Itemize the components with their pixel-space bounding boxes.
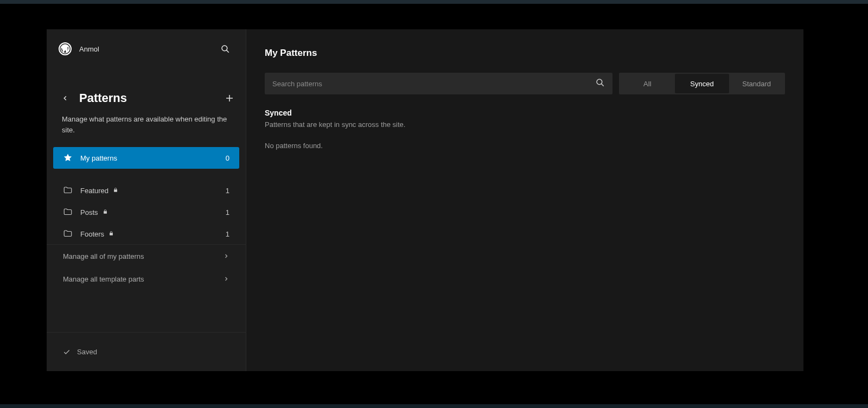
folder-item-footers[interactable]: Footers 1 [53,223,239,245]
wordpress-logo-icon[interactable] [59,42,72,55]
filter-tabs: All Synced Standard [619,73,785,94]
chevron-right-icon [223,276,229,282]
nav-item-my-patterns[interactable]: My patterns 0 [53,147,239,169]
manage-list: Manage all of my patterns Manage all tem… [47,245,246,290]
lock-icon [103,209,109,215]
filter-tab-synced[interactable]: Synced [675,74,730,93]
folder-icon [63,207,73,217]
filter-tab-all[interactable]: All [620,74,675,93]
window-bottombar [0,404,868,408]
manage-label: Manage all of my patterns [63,252,223,260]
folder-item-posts[interactable]: Posts 1 [53,201,239,223]
manage-label: Manage all template parts [63,275,223,283]
main-content: My Patterns All Synced Standard Synced P… [246,29,803,371]
result-empty: No patterns found. [265,142,785,150]
search-input[interactable] [272,80,595,88]
saved-status: Saved [47,332,246,371]
check-icon [63,348,71,356]
app-frame: Anmol Patterns Manage what patterns are … [47,29,803,371]
result-heading: Synced [265,109,785,117]
nav-list: My patterns 0 [47,147,246,169]
result-description: Patterns that are kept in sync across th… [265,120,785,129]
page-title: My Patterns [265,48,785,59]
folder-icon [63,186,73,195]
folder-label: Posts [80,208,218,216]
star-icon [63,153,73,163]
folder-label: Featured [80,187,218,195]
folder-list: Featured 1Posts 1Footers 1 [47,169,246,245]
svg-line-5 [601,84,603,86]
svg-point-0 [222,46,227,51]
nav-label: My patterns [80,154,218,162]
add-pattern-button[interactable] [223,92,236,105]
section-title-row: Patterns [47,63,246,109]
search-field[interactable] [265,73,612,94]
section-title: Patterns [79,91,215,105]
manage-all-patterns[interactable]: Manage all of my patterns [47,245,246,267]
saved-label: Saved [77,348,97,356]
folder-count: 1 [226,208,229,216]
svg-line-1 [226,50,228,52]
folder-label: Footers [80,230,218,238]
back-button[interactable] [59,92,72,105]
sidebar: Anmol Patterns Manage what patterns are … [47,29,246,371]
section-description: Manage what patterns are available when … [47,109,246,147]
sidebar-header: Anmol [47,29,246,63]
filter-tab-standard[interactable]: Standard [729,74,784,93]
search-icon[interactable] [595,78,605,90]
svg-point-4 [597,79,602,85]
folder-icon [63,229,73,239]
manage-template-parts[interactable]: Manage all template parts [47,267,246,290]
folder-count: 1 [226,187,229,195]
lock-icon [113,187,119,194]
lock-icon [108,231,115,237]
controls-row: All Synced Standard [265,73,785,94]
search-icon[interactable] [216,40,234,58]
window-topbar [0,0,868,4]
site-name[interactable]: Anmol [79,45,209,53]
folder-item-featured[interactable]: Featured 1 [53,180,239,201]
nav-count: 0 [226,154,229,162]
folder-count: 1 [226,230,229,238]
chevron-right-icon [223,253,229,259]
